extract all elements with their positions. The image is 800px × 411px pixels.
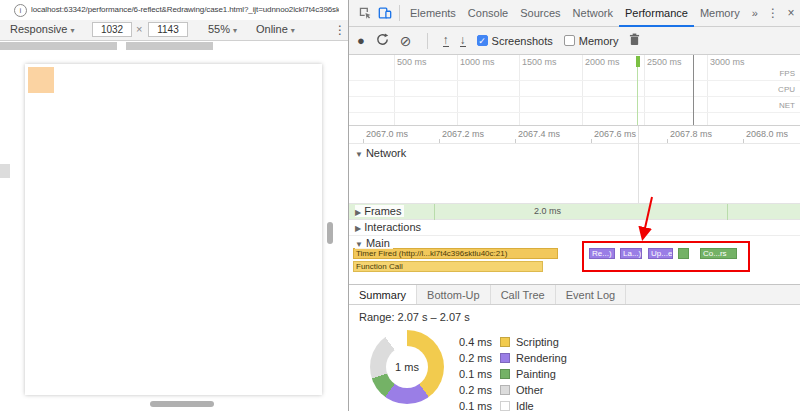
section-frames[interactable]: ▶Frames [355,205,404,217]
ruler-mark [591,139,592,143]
tab-call-tree[interactable]: Call Tree [491,285,556,304]
event-timer-fired[interactable]: Timer Fired (http://l...kl7t4c396sktlu40… [353,248,558,259]
tab-network[interactable]: Network [567,0,619,27]
lane-label-cpu: CPU [778,85,795,94]
url-text[interactable]: localhost:63342/performance/6-reflect&Re… [31,5,339,14]
section-frames-label: Frames [364,205,401,217]
inspect-element-icon[interactable] [355,0,375,27]
viewport-height-input[interactable] [148,22,188,37]
record-button[interactable]: ● [357,33,365,48]
tab-console[interactable]: Console [462,0,514,27]
horizontal-scrollbar[interactable] [150,401,214,407]
gridline [582,55,583,126]
viewport-width-input[interactable] [92,22,132,37]
section-network[interactable]: ▼Network [355,147,409,159]
overview-tick: 1500 ms [522,57,557,67]
device-select[interactable]: Responsive ▾ [10,23,75,35]
event-recalculate-style[interactable]: Re...) [589,248,615,259]
gridline [457,55,458,126]
screenshots-toggle[interactable]: ✓ Screenshots [477,35,553,47]
device-viewport-canvas [25,64,322,395]
frame-boundary [434,204,435,221]
browser-url-bar[interactable]: i localhost:63342/performance/6-reflect&… [0,0,348,21]
section-main-label: Main [366,237,390,249]
legend-item-other: 0.2 ms Other [454,382,544,398]
overview-tick: 3000 ms [710,57,745,67]
devtools-menu-icon[interactable]: ⋮ [764,0,782,27]
activity-spike [636,56,640,67]
garbage-collect-icon[interactable] [629,33,640,48]
ruler-tick: 2067.0 ms [366,129,408,139]
load-profile-button[interactable]: ↑ [443,35,449,47]
window-handle[interactable] [693,55,694,126]
timeline-overview[interactable]: 500 ms 1000 ms 1500 ms 2000 ms 2500 ms 3… [349,55,800,126]
device-toolbar-menu-icon[interactable]: ⋮ [334,23,346,37]
tab-summary[interactable]: Summary [349,285,417,304]
tab-bottom-up[interactable]: Bottom-Up [417,285,491,304]
memory-toggle[interactable]: Memory [564,35,619,47]
section-interactions-label: Interactions [364,221,421,233]
ruler-mark [667,139,668,143]
memory-checkbox[interactable] [564,35,575,46]
legend-value: 0.1 ms [454,400,492,411]
range-label: Range: 2.07 s – 2.07 s [359,311,470,323]
collapse-icon[interactable]: ▼ [355,150,363,159]
tab-performance[interactable]: Performance [619,0,694,27]
screenshots-checkbox[interactable]: ✓ [477,35,488,46]
event-update-layer-tree[interactable]: Up...e [648,248,673,259]
ruler-tick: 2068.0 ms [746,129,788,139]
performance-toolbar: ● ⊘ ↑ ↓ ✓ Screenshots Memory [349,27,800,55]
legend-swatch-scripting [500,337,510,347]
lane-label-fps: FPS [779,69,795,78]
throttling-select[interactable]: Online ▾ [256,23,295,35]
frames-track[interactable]: 2.0 ms [349,203,800,220]
zoom-select[interactable]: 55% ▾ [208,23,237,35]
event-layout[interactable]: La...) [620,248,642,259]
frame-boundary [727,204,728,221]
devtools-tab-bar: Elements Console Sources Network Perform… [349,0,800,27]
event-function-call[interactable]: Function Call [353,261,543,272]
gridline [707,55,708,126]
activity-spike-line [637,67,638,126]
devtools-close-icon[interactable]: × [782,0,800,27]
page-info-icon[interactable]: i [14,4,27,17]
event-composite-layers[interactable]: Co...rs [700,248,737,259]
chevron-down-icon: ▾ [291,26,295,35]
expand-icon[interactable]: ▶ [355,224,361,233]
vertical-scrollbar[interactable] [327,222,333,244]
overview-tick: 500 ms [397,57,427,67]
section-main[interactable]: ▼Main [355,237,393,249]
ruler-tick: 2067.6 ms [594,129,636,139]
tab-event-log[interactable]: Event Log [556,285,627,304]
section-interactions[interactable]: ▶Interactions [355,221,424,233]
ruler-mark [515,139,516,143]
legend-value: 0.2 ms [454,384,492,396]
ruler-mark [439,139,440,143]
expand-icon[interactable]: ▶ [355,208,361,217]
ruler-tick: 2067.2 ms [442,129,484,139]
lane-label-net: NET [779,101,795,110]
legend-value: 0.2 ms [454,352,492,364]
legend-label: Idle [516,400,534,411]
collapse-icon[interactable]: ▼ [355,240,363,249]
save-profile-button[interactable]: ↓ [460,35,466,47]
tab-memory[interactable]: Memory [694,0,746,27]
donut-center: 1 ms [386,346,428,388]
reload-and-record-button[interactable] [376,33,389,48]
legend-item-rendering: 0.2 ms Rendering [454,350,567,366]
tab-sources[interactable]: Sources [514,0,566,27]
legend-label: Painting [516,368,556,380]
lane-divider [349,96,800,97]
gridline [519,55,520,126]
device-toolbar-toggle-icon[interactable] [375,0,395,27]
details-tab-bar: Summary Bottom-Up Call Tree Event Log [349,284,800,305]
legend-item-painting: 0.1 ms Painting [454,366,556,382]
legend-swatch-other [500,385,510,395]
clear-button[interactable]: ⊘ [400,33,412,49]
overview-tick: 2000 ms [585,57,620,67]
legend-label: Other [516,384,544,396]
event-paint[interactable] [678,248,689,259]
more-tabs-icon[interactable]: » [746,0,764,27]
ruler-mark [743,139,744,143]
tab-elements[interactable]: Elements [404,0,462,27]
